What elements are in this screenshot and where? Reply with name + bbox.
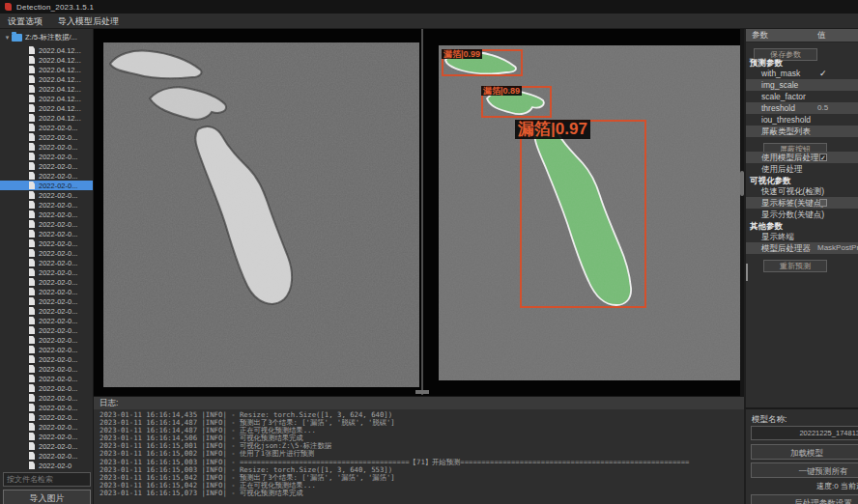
model-section: 模型名称: 20221225_174813 加载模型 一键预测所有 速度:0 当…	[744, 407, 858, 504]
param-row[interactable]: with_mask✓	[746, 68, 858, 79]
tree-file-item[interactable]: 2022-02-0...	[0, 277, 94, 287]
model-name-field[interactable]: 20221225_174813	[751, 426, 858, 440]
menu-item-settings[interactable]: 设置选项	[0, 14, 50, 29]
param-row[interactable]: threshold0.5	[746, 102, 858, 114]
image-splitter-handle[interactable]	[415, 390, 429, 394]
tree-file-item[interactable]: 2022-02-0...	[0, 123, 94, 132]
param-row[interactable]: 屏蔽类型列表	[746, 126, 858, 137]
tree-file-item[interactable]: 2022-02-0...	[0, 171, 94, 181]
log-title: 日志:	[94, 397, 744, 409]
param-row[interactable]: 显示标签(关键点)	[746, 197, 858, 209]
menu-item-import-postprocess[interactable]: 导入模型后处理	[50, 14, 127, 29]
tree-file-item[interactable]: 2022-02-0...	[0, 316, 94, 325]
tree-file-item[interactable]: 2022.04.12...	[0, 103, 94, 113]
param-row[interactable]: scale_factor	[746, 91, 858, 102]
tree-file-item[interactable]: 2022-02-0...	[0, 267, 94, 277]
param-value[interactable]: MaskPostPro	[817, 242, 858, 254]
param-label: img_scale	[761, 79, 798, 91]
detection-box: 漏箔|0.99	[442, 49, 523, 76]
file-icon	[29, 268, 35, 276]
tree-file-item[interactable]: 2022-02-0...	[0, 451, 94, 461]
tree-file-item[interactable]: 2022-02-0...	[0, 412, 94, 422]
tree-file-item[interactable]: 2022-02-0...	[0, 345, 94, 354]
param-label: 使用后处理	[761, 163, 803, 175]
file-icon	[29, 153, 35, 160]
tree-file-item[interactable]: 2022-02-0...	[0, 229, 94, 238]
tree-root-label: Z:/5-标注数据/...	[25, 33, 77, 42]
search-input[interactable]	[3, 472, 91, 487]
tree-file-item[interactable]: 2022-02-0...	[0, 287, 94, 296]
file-icon	[29, 326, 35, 334]
tree-file-item[interactable]: 2022-02-0...	[0, 152, 94, 161]
tree-file-item[interactable]: 2022-02-0...	[0, 181, 94, 190]
tree-file-item[interactable]: 2022.04.12...	[0, 55, 94, 65]
tree-file-item[interactable]: 2022-02-0...	[0, 190, 94, 200]
tree-file-item[interactable]: 2022-02-0...	[0, 248, 94, 258]
tree-file-item[interactable]: 2022-02-0...	[0, 306, 94, 316]
checkbox-empty[interactable]	[819, 199, 827, 207]
tree-file-label: 2022-02-0...	[39, 297, 77, 306]
param-row[interactable]: 模型后处理器MaskPostPro	[746, 242, 858, 254]
image-splitter[interactable]	[421, 29, 423, 395]
log-line: 2023-01-11 16:16:15,003 |INFO| - =======…	[100, 459, 744, 466]
tree-file-item[interactable]: 2022.04.12...	[0, 74, 94, 84]
tree-file-item[interactable]: 2022-02-0...	[0, 374, 94, 383]
raw-image-panel[interactable]	[103, 42, 419, 387]
file-icon	[29, 365, 35, 373]
param-row[interactable]: 快速可视化(检测)	[746, 185, 858, 197]
tree-file-item[interactable]: 2022-02-0...	[0, 325, 94, 335]
param-row[interactable]: iou_threshold	[746, 114, 858, 126]
detection-app-window: Detection_2023.1.5.1 设置选项 导入模型后处理 ▾ Z:/5…	[0, 0, 858, 504]
file-icon	[29, 239, 35, 247]
param-row[interactable]: 显示终端	[746, 231, 858, 242]
param-action-button[interactable]: 重新预测	[763, 260, 827, 272]
param-row[interactable]: img_scale	[746, 79, 858, 91]
tree-file-item[interactable]: 2022-02-0...	[0, 441, 94, 451]
params-scrollbar-handle[interactable]	[746, 264, 748, 281]
postprocess-params-button[interactable]: 后处理参数设置	[751, 494, 858, 504]
tree-file-item[interactable]: 2022.04.12...	[0, 84, 94, 94]
tree-file-item[interactable]: 2022-02-0...	[0, 335, 94, 345]
tree-file-item[interactable]: 2022-02-0...	[0, 142, 94, 152]
file-icon	[29, 278, 35, 286]
tree-file-item[interactable]: 2022-02-0...	[0, 422, 94, 432]
tree-file-item[interactable]: 2022.04.12...	[0, 45, 94, 55]
tree-file-item[interactable]: 2022-02-0...	[0, 132, 94, 142]
param-label: 使用模型后处理	[761, 152, 819, 163]
prediction-image-panel[interactable]: 漏箔|0.99 漏箔|0.89 漏箔|0.97	[439, 45, 741, 380]
tree-file-label: 2022.04.12...	[39, 66, 81, 74]
file-icon	[29, 85, 35, 93]
tree-file-item[interactable]: 2022-02-0...	[0, 364, 94, 374]
tree-file-item[interactable]: 2022-02-0...	[0, 296, 94, 306]
tree-file-label: 2022.04.12...	[39, 95, 81, 103]
checkbox-checked[interactable]: ✓	[819, 154, 827, 161]
load-model-button[interactable]: 加载模型	[751, 444, 858, 460]
tree-file-item[interactable]: 2022.04.12...	[0, 113, 94, 123]
tree-file-item[interactable]: 2022-02-0...	[0, 354, 94, 364]
tree-file-label: 2022-02-0...	[39, 230, 77, 238]
param-row[interactable]: 显示分数(关键点)	[746, 209, 858, 220]
tree-file-item[interactable]: 2022-02-0...	[0, 200, 94, 210]
tree-file-item[interactable]: 2022-02-0...	[0, 210, 94, 219]
checkmark-icon[interactable]: ✓	[819, 68, 827, 79]
param-row[interactable]: 使用模型后处理✓	[746, 152, 858, 163]
param-row[interactable]: 使用后处理	[746, 163, 858, 175]
tree-file-item[interactable]: 2022-02-0	[0, 461, 94, 470]
file-icon	[29, 355, 35, 363]
tree-file-item[interactable]: 2022-02-0...	[0, 161, 94, 171]
predict-all-button[interactable]: 一键预测所有	[751, 462, 858, 478]
import-images-button[interactable]: 导入图片	[3, 490, 91, 504]
tree-file-item[interactable]: 2022-02-0...	[0, 403, 94, 412]
param-value[interactable]: 0.5	[817, 102, 828, 114]
tree-file-item[interactable]: 2022-02-0...	[0, 238, 94, 248]
tree-file-item[interactable]: 2022-02-0...	[0, 383, 94, 393]
tree-file-item[interactable]: 2022-02-0...	[0, 219, 94, 229]
tree-root-folder[interactable]: ▾ Z:/5-标注数据/...	[0, 32, 94, 42]
tree-file-item[interactable]: 2022-02-0...	[0, 432, 94, 441]
chevron-down-icon[interactable]: ▾	[3, 34, 12, 42]
tree-file-item[interactable]: 2022-02-0...	[0, 258, 94, 267]
tree-file-item[interactable]: 2022.04.12...	[0, 65, 94, 74]
tree-file-item[interactable]: 2022-02-0...	[0, 393, 94, 403]
tree-file-item[interactable]: 2022.04.12...	[0, 94, 94, 103]
tree-file-label: 2022-02-0...	[39, 404, 77, 412]
